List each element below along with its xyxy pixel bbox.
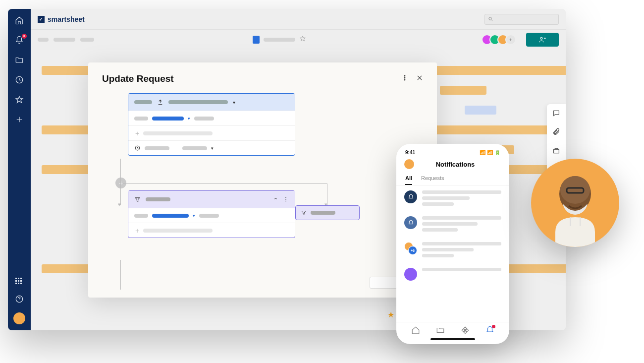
svg-point-12	[560, 176, 590, 204]
phone-home-icon[interactable]	[411, 325, 421, 335]
mobile-preview: 9:41 📶 📶 🔋 Notifications All Requests +6	[396, 144, 509, 344]
notification-list: +6	[396, 185, 509, 322]
tab-all[interactable]: All	[405, 172, 412, 185]
phone-home-indicator	[430, 338, 475, 340]
notification-item[interactable]	[404, 268, 501, 281]
notifications-icon[interactable]: 3	[15, 36, 24, 45]
close-icon[interactable]	[416, 74, 423, 83]
create-icon[interactable]	[15, 115, 24, 124]
left-navigation: 3	[8, 9, 31, 330]
phone-folder-icon[interactable]	[435, 325, 445, 335]
phone-title: Notifications	[409, 161, 501, 168]
phone-tab-bar	[396, 322, 509, 335]
svg-point-6	[404, 79, 405, 80]
condition-card[interactable]: ⌄ ▾ +	[128, 190, 295, 238]
phone-apps-icon[interactable]	[460, 325, 470, 335]
notification-badge: 3	[22, 34, 27, 39]
update-request-modal: Update Request ▾ ▾ + ▾ + ▾ ▾ ⌄ ▾ +	[88, 62, 437, 298]
toolbar: +	[31, 30, 566, 50]
tab-requests[interactable]: Requests	[421, 172, 444, 185]
breadcrumb-placeholder	[38, 38, 49, 42]
more-options-icon[interactable]	[401, 74, 408, 83]
bell-icon	[404, 190, 417, 203]
bell-icon	[404, 216, 417, 229]
persona-avatar	[531, 159, 619, 247]
cancel-button[interactable]	[370, 277, 397, 289]
connector-line	[120, 260, 121, 290]
breadcrumb-placeholder	[54, 38, 75, 42]
search-input[interactable]	[484, 14, 559, 25]
stacked-avatars: +6	[404, 242, 417, 255]
collaborator-avatars[interactable]: +	[484, 34, 516, 45]
svg-point-2	[489, 17, 492, 20]
svg-point-9	[285, 199, 286, 200]
notification-item[interactable]	[404, 190, 501, 208]
favorite-toggle-icon[interactable]	[299, 35, 306, 44]
notification-item[interactable]	[404, 216, 501, 234]
attachments-icon[interactable]	[552, 128, 560, 138]
phone-tabs: All Requests	[396, 172, 509, 185]
sheet-icon	[253, 36, 260, 44]
sheet-title-placeholder	[264, 38, 295, 42]
brand-logo[interactable]: smartsheet	[38, 15, 85, 23]
notification-item[interactable]: +6	[404, 242, 501, 260]
comments-icon[interactable]	[552, 109, 560, 119]
add-step-button[interactable]: +	[115, 178, 126, 188]
connector-line	[120, 159, 121, 205]
favorites-icon[interactable]	[15, 95, 24, 104]
apps-icon[interactable]	[15, 278, 23, 286]
share-button[interactable]	[526, 33, 559, 47]
condition-branch-card[interactable]	[295, 205, 360, 220]
svg-point-4	[404, 75, 405, 76]
svg-point-5	[404, 77, 405, 78]
help-icon[interactable]	[15, 295, 24, 303]
folder-icon[interactable]	[15, 56, 24, 64]
recent-icon[interactable]	[15, 75, 24, 84]
user-avatar-icon	[404, 268, 417, 281]
breadcrumb-placeholder	[80, 38, 94, 42]
proofs-icon[interactable]	[552, 147, 560, 157]
top-bar: smartsheet	[31, 9, 566, 30]
home-icon[interactable]	[15, 16, 24, 25]
user-avatar[interactable]	[13, 312, 25, 324]
svg-point-8	[285, 197, 286, 198]
phone-status-bar: 9:41 📶 📶 🔋	[396, 150, 509, 155]
trigger-card[interactable]: ▾ ▾ + ▾	[128, 93, 295, 156]
svg-point-10	[285, 201, 286, 202]
modal-title: Update Request	[102, 73, 174, 84]
phone-notifications-icon[interactable]	[485, 325, 495, 335]
svg-point-3	[540, 37, 542, 39]
connector-line	[120, 183, 327, 184]
